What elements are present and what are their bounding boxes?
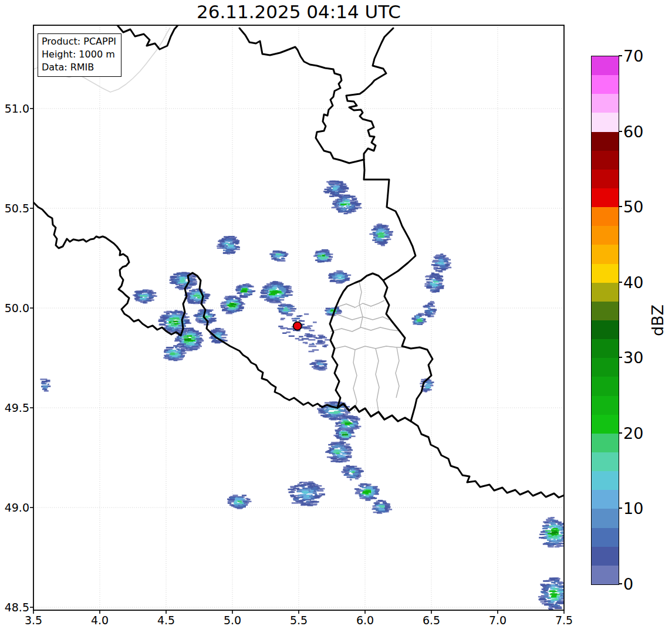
colorbar-segment xyxy=(592,377,619,395)
echo-blob xyxy=(538,577,571,610)
echo-blob xyxy=(209,328,228,344)
radar-figure: 26.11.2025 04:14 UTC Product: PCAPPI Hei… xyxy=(0,0,672,636)
colorbar-tick-mark xyxy=(619,55,622,56)
echo-blob xyxy=(333,428,355,441)
colorbar-tick-label: 20 xyxy=(623,424,643,442)
info-product: Product: PCAPPI xyxy=(42,35,116,48)
colorbar-tick-mark xyxy=(619,206,622,207)
info-box: Product: PCAPPI Height: 1000 m Data: RMI… xyxy=(38,33,121,77)
colorbar-segment xyxy=(592,434,619,452)
colorbar-tick-label: 50 xyxy=(623,198,643,216)
colorbar-segment xyxy=(592,528,619,547)
info-data-source: Data: RMIB xyxy=(42,61,116,74)
colorbar-segment xyxy=(592,132,619,151)
colorbar-segment xyxy=(592,56,619,75)
district-borders xyxy=(330,282,404,412)
echo-blob xyxy=(354,483,380,501)
colorbar-segment xyxy=(592,188,619,207)
colorbar-segment xyxy=(592,264,619,283)
colorbar-segment xyxy=(592,75,619,94)
colorbar-segment xyxy=(592,396,619,415)
echo-blob xyxy=(217,236,240,255)
colorbar-segment xyxy=(592,320,619,339)
colorbar-segment xyxy=(592,509,619,527)
y-tick-label: 49.0 xyxy=(0,501,29,514)
echo-blob xyxy=(174,328,204,351)
echo-blob xyxy=(269,251,288,262)
echo-blob xyxy=(423,301,437,317)
colorbar-tick-label: 0 xyxy=(623,575,633,593)
echo-blob xyxy=(341,465,364,481)
y-tick-label: 50.5 xyxy=(0,202,29,215)
echo-blob xyxy=(309,360,327,371)
y-tick-label: 48.5 xyxy=(0,601,29,614)
echo-blob xyxy=(221,296,245,314)
colorbar-tick-label: 70 xyxy=(623,47,643,65)
y-tick-label: 51.0 xyxy=(0,102,29,115)
echo-blob xyxy=(424,273,444,293)
map-plot xyxy=(0,0,672,636)
y-tick-label: 49.5 xyxy=(0,401,29,414)
colorbar-segment xyxy=(592,339,619,358)
colorbar-segment xyxy=(592,245,619,263)
colorbar-tick-mark xyxy=(619,131,622,132)
echo-blob xyxy=(235,283,255,298)
colorbar-tick-label: 40 xyxy=(623,273,643,291)
colorbar-segment xyxy=(592,151,619,170)
echo-blob xyxy=(40,378,50,391)
colorbar-tick-mark xyxy=(619,357,622,358)
x-tick-label: 6.5 xyxy=(423,614,440,627)
axis-ticks xyxy=(30,109,564,614)
colorbar-tick-mark xyxy=(619,508,622,509)
echo-blob xyxy=(303,334,330,352)
colorbar-tick-label: 60 xyxy=(623,122,643,140)
echo-blob xyxy=(431,253,451,272)
echo-blob xyxy=(332,195,362,215)
colorbar-tick-label: 10 xyxy=(623,499,643,517)
colorbar-tick-mark xyxy=(619,282,622,283)
x-tick-label: 5.5 xyxy=(290,614,308,627)
colorbar-segment xyxy=(592,358,619,377)
echo-blob xyxy=(288,481,325,506)
radar-site-marker xyxy=(293,322,302,330)
echo-blob xyxy=(259,281,293,303)
echo-blob xyxy=(227,495,252,509)
info-height: Height: 1000 m xyxy=(42,48,116,61)
radar-echoes xyxy=(40,181,570,610)
colorbar-segment xyxy=(592,547,619,566)
colorbar-segment xyxy=(592,452,619,471)
echo-blob xyxy=(278,303,296,314)
y-tick-label: 50.0 xyxy=(0,302,29,314)
x-tick-label: 5.0 xyxy=(224,614,241,627)
x-tick-label: 4.5 xyxy=(157,614,175,627)
colorbar-segment xyxy=(592,471,619,490)
gridlines xyxy=(33,25,564,610)
echo-blob xyxy=(133,289,157,303)
colorbar-segment xyxy=(592,207,619,226)
colorbar-segment xyxy=(592,415,619,434)
colorbar-segment xyxy=(592,490,619,509)
colorbar-segment xyxy=(592,566,619,584)
x-tick-label: 4.0 xyxy=(91,614,109,627)
colorbar-tick-mark xyxy=(619,583,622,584)
colorbar-label: dBZ xyxy=(649,305,667,336)
x-tick-label: 7.0 xyxy=(489,614,506,627)
echo-blob xyxy=(328,270,351,284)
x-tick-label: 3.5 xyxy=(25,614,42,627)
colorbar-tick-label: 30 xyxy=(623,349,643,367)
colorbar-segment xyxy=(592,226,619,245)
x-tick-label: 6.0 xyxy=(356,614,374,627)
echo-blob xyxy=(325,441,353,462)
echo-blob xyxy=(539,517,570,547)
echo-blob xyxy=(184,289,210,305)
colorbar-segment xyxy=(592,302,619,320)
colorbar-tick-mark xyxy=(619,432,622,434)
echo-blob xyxy=(313,249,333,263)
colorbar-segment xyxy=(592,94,619,113)
colorbar-segment xyxy=(592,170,619,188)
echo-blob xyxy=(369,224,393,246)
colorbar-segment xyxy=(592,283,619,302)
echo-blob xyxy=(372,500,393,514)
colorbar xyxy=(591,56,619,585)
x-tick-label: 7.5 xyxy=(555,614,573,627)
